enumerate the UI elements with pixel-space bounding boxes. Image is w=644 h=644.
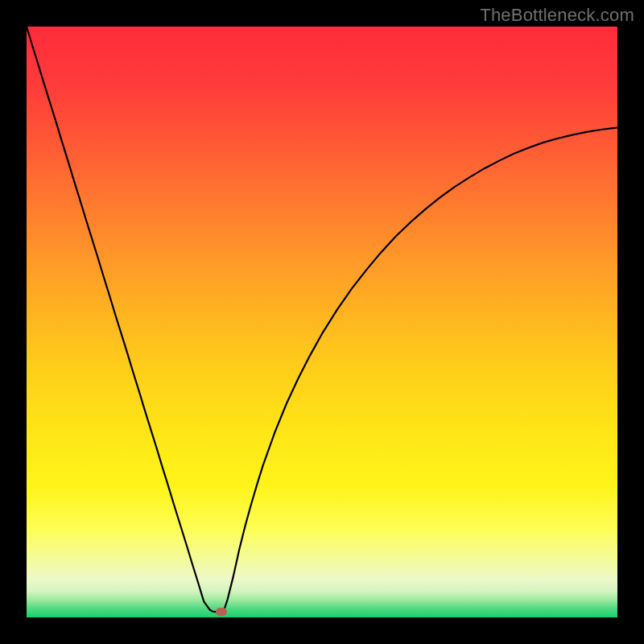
plot-area <box>27 27 617 617</box>
svg-rect-0 <box>27 27 617 617</box>
watermark-text: TheBottleneck.com <box>480 5 634 26</box>
gradient-background <box>27 27 617 617</box>
optimal-point-marker <box>216 608 227 616</box>
chart-frame: TheBottleneck.com <box>0 0 644 644</box>
